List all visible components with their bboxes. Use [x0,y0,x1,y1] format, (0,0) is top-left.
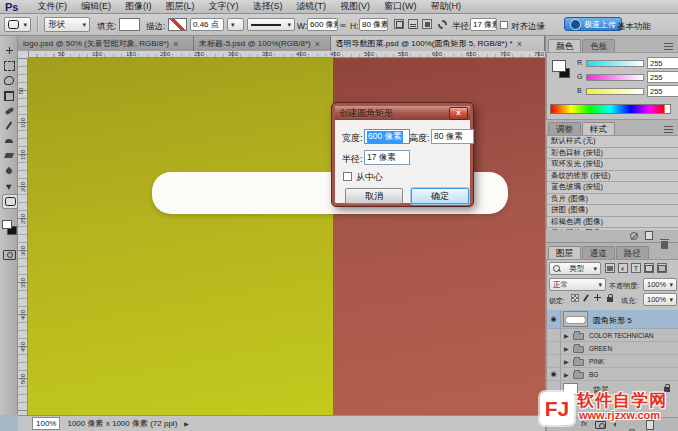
filter-shape-layers-icon[interactable] [644,263,654,273]
collapse-icon[interactable]: ▶ [564,371,569,378]
align-edges-checkbox[interactable] [500,21,508,29]
shape-width-field[interactable]: 600 像素 [307,18,338,31]
red-value-field[interactable]: 255 [647,57,678,69]
workspace-switcher[interactable]: 基本功能 [617,21,651,33]
tab-transparent-nav-psd[interactable]: 透明导航图菜.psd @ 100%(圆角矩形 5, RGB/8*) * × [331,36,545,51]
gear-icon[interactable] [438,20,447,29]
menu-type[interactable]: 文字(Y) [201,0,245,13]
radius-field[interactable]: 17 像素 [470,18,497,31]
visibility-toggle[interactable] [547,329,561,341]
path-operations-button[interactable] [394,19,404,29]
blue-slider[interactable] [586,88,644,95]
opacity-field[interactable]: 100% ▾ [643,278,677,291]
menu-window[interactable]: 窗口(W) [377,0,424,13]
filter-smart-objects-icon[interactable] [657,263,667,273]
fill-field[interactable]: 100% ▾ [643,293,677,306]
marquee-tool[interactable] [2,59,16,72]
lock-transparency-icon[interactable] [571,294,579,302]
menu-layer[interactable]: 图层(L) [158,0,201,13]
collapse-icon[interactable]: ▶ [564,358,569,365]
menu-help[interactable]: 帮助(H) [423,0,468,13]
panel-menu-icon[interactable] [664,43,673,50]
close-icon[interactable]: × [315,39,320,49]
from-center-checkbox[interactable] [343,172,352,181]
lasso-tool[interactable] [2,74,16,87]
style-item[interactable]: 拼图 (图像) [547,205,678,217]
layer-name[interactable]: 圆角矩形 5 [593,315,632,326]
clear-style-icon[interactable] [630,232,638,240]
filter-adjustment-layers-icon[interactable]: ◐ [618,263,628,273]
tab-logo-psd[interactable]: logo.psd @ 50% (矢量智能对象, RGB/8*) × [18,36,194,51]
layer-name[interactable]: COLOR TECHNICIAN [589,332,654,339]
green-slider[interactable] [586,74,644,81]
collapse-icon[interactable]: ▶ [564,345,569,352]
healing-brush-tool[interactable] [2,104,16,117]
visibility-toggle[interactable] [547,342,561,354]
eraser-tool[interactable] [2,149,16,162]
stroke-type-dropdown[interactable]: ▾ [247,18,295,31]
blue-value-field[interactable]: 255 [647,85,678,97]
panel-menu-icon[interactable] [664,126,673,133]
lock-all-icon[interactable] [607,297,613,302]
filter-pixel-layers-icon[interactable] [605,263,615,273]
layer-thumbnail[interactable] [563,311,588,327]
style-item[interactable]: 蓝色玻璃 (按钮) [547,182,678,194]
dialog-close-button[interactable]: x [449,107,468,120]
style-item[interactable]: 负片 (图像) [547,194,678,206]
layer-group-color-technician[interactable]: ▶ COLOR TECHNICIAN [547,329,678,342]
close-icon[interactable]: × [517,39,522,49]
style-item[interactable]: 条纹的锥形 (按钮) [547,171,678,183]
tab-untitled-5-psd[interactable]: 未标题-5.psd @ 100%(RGB/8*) × [194,36,331,51]
path-alignment-button[interactable] [408,19,418,29]
dialog-radius-field[interactable]: 17 像素 [364,150,410,165]
layer-group-pink[interactable]: ▶ PINK [547,355,678,368]
style-item[interactable]: 彩色目标 (按钮) [547,148,678,160]
visibility-toggle[interactable]: ◉ [547,368,561,380]
tool-preset-picker[interactable]: ▾ [4,17,31,32]
visibility-toggle[interactable] [547,355,561,367]
blur-tool[interactable] [2,164,16,177]
green-value-field[interactable]: 255 [647,71,678,83]
fill-swatch[interactable] [119,18,140,31]
quick-mask-button[interactable] [2,248,16,261]
stroke-swatch[interactable] [168,18,187,31]
layer-group-bg[interactable]: ◉ ▶ BG [547,368,678,381]
visibility-toggle[interactable]: ◉ [547,310,561,328]
lock-pixels-icon[interactable] [583,294,589,302]
filter-type-layers-icon[interactable]: T [631,263,641,273]
layer-row-rounded-rectangle-5[interactable]: ◉ 圆角矩形 5 [547,310,678,329]
menu-filter[interactable]: 滤镜(T) [289,0,333,13]
menu-edit[interactable]: 编辑(E) [74,0,118,13]
collapse-icon[interactable]: ▶ [564,332,569,339]
stroke-width-field[interactable]: 0.46 点 [190,18,224,31]
ok-button[interactable]: 确定 [411,188,469,204]
red-slider[interactable] [586,60,644,67]
move-tool[interactable] [2,44,16,57]
close-icon[interactable]: × [173,39,178,49]
status-options-arrow-icon[interactable]: ▶ [184,420,189,427]
lock-position-icon[interactable] [594,294,601,301]
foreground-color-swatch[interactable] [552,60,566,72]
style-item[interactable]: 棕褐色调 (图像) [547,217,678,229]
delete-style-icon[interactable] [661,241,668,249]
dialog-height-field[interactable]: 80 像素 [431,129,474,144]
clone-stamp-tool[interactable] [2,134,16,147]
menu-view[interactable]: 视图(V) [333,0,377,13]
menu-file[interactable]: 文件(F) [30,0,74,13]
quick-upload-button[interactable]: 极速上传 [564,17,622,31]
menu-image[interactable]: 图像(I) [118,0,159,13]
zoom-level-field[interactable]: 100% [32,417,60,430]
new-style-icon[interactable] [645,231,653,240]
path-selection-tool[interactable] [2,179,16,192]
blend-mode-select[interactable]: 正常 ▾ [549,278,606,291]
style-item[interactable]: 默认样式 (无) [547,136,678,148]
tool-mode-select[interactable]: 形状 ▾ [44,17,90,32]
color-spectrum-ramp[interactable] [550,104,671,114]
path-arrangement-button[interactable] [422,19,432,29]
menu-select[interactable]: 选择(S) [245,0,289,13]
layer-filter-kind-select[interactable]: 类型 ▾ [549,262,601,275]
dialog-width-field[interactable]: 600 像素 [364,129,410,144]
shape-height-field[interactable]: 80 像素 [359,18,388,31]
layer-name[interactable]: BG [589,371,598,378]
style-item[interactable]: 双环发光 (按钮) [547,159,678,171]
